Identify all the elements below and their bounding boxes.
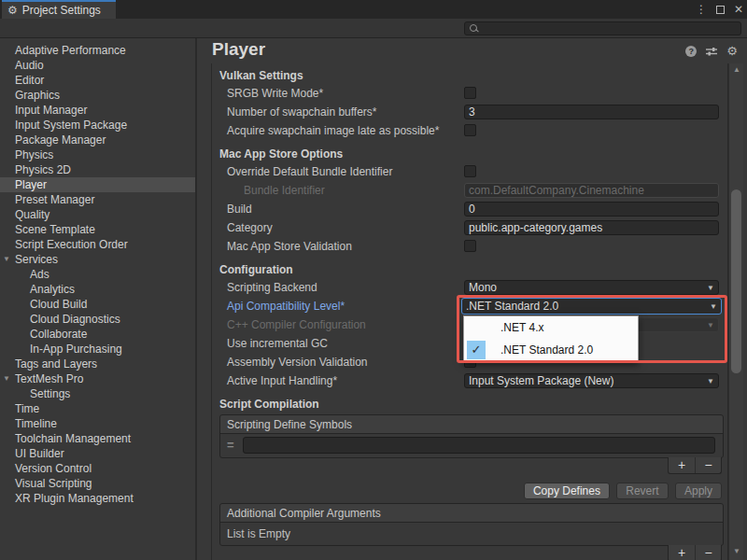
sidebar-item-label: In-App Purchasing bbox=[30, 343, 122, 356]
sidebar-item-label: Package Manager bbox=[15, 133, 106, 147]
remove-argument-button[interactable]: − bbox=[695, 545, 721, 560]
sidebar-item-analytics[interactable]: Analytics bbox=[0, 282, 195, 297]
sidebar-item-scene-template[interactable]: Scene Template bbox=[0, 222, 195, 237]
sidebar-item-timeline[interactable]: Timeline bbox=[0, 416, 195, 431]
define-symbols-footer: + − bbox=[212, 458, 727, 477]
add-define-button[interactable]: + bbox=[669, 457, 695, 473]
sidebar-item-version-control[interactable]: Version Control bbox=[0, 461, 195, 476]
popup-item-label: .NET 4.x bbox=[500, 316, 543, 339]
sidebar-item-settings[interactable]: Settings bbox=[0, 386, 195, 401]
sidebar-item-services[interactable]: ▼Services bbox=[0, 252, 195, 267]
popup-item-net-4-x[interactable]: .NET 4.x bbox=[464, 316, 638, 339]
sidebar-item-cloud-build[interactable]: Cloud Build bbox=[0, 297, 195, 312]
sidebar-item-label: Ads bbox=[30, 268, 49, 281]
apply-button[interactable]: Apply bbox=[675, 483, 722, 499]
sidebar-item-collaborate[interactable]: Collaborate bbox=[0, 327, 195, 342]
field-value: public.app-category.games bbox=[465, 221, 718, 234]
label-override-default-bundle-identifier: Override Default Bundle Identifier bbox=[212, 162, 392, 181]
preset-icon[interactable] bbox=[705, 46, 718, 57]
sidebar-item-player[interactable]: Player bbox=[0, 177, 195, 192]
define-symbol-input[interactable] bbox=[243, 437, 715, 454]
sidebar-item-cloud-diagnostics[interactable]: Cloud Diagnostics bbox=[0, 312, 195, 327]
search-input[interactable] bbox=[482, 23, 725, 35]
sidebar-item-label: Settings bbox=[30, 387, 70, 400]
revert-button[interactable]: Revert bbox=[616, 483, 668, 499]
vertical-scrollbar[interactable]: ▲ ▼ bbox=[728, 63, 743, 560]
popup-item-net-standard-2-0[interactable]: ✓.NET Standard 2.0 bbox=[464, 339, 638, 361]
sidebar-item-label: TextMesh Pro bbox=[15, 372, 83, 385]
search-box[interactable] bbox=[464, 21, 741, 35]
scroll-up-icon[interactable]: ▲ bbox=[729, 63, 744, 77]
setting-row-scripting-backend: Scripting BackendMono▼ bbox=[212, 278, 727, 297]
sidebar-item-physics[interactable]: Physics bbox=[0, 147, 195, 162]
help-icon[interactable]: ? bbox=[685, 46, 697, 57]
tab-project-settings[interactable]: ⚙ Project Settings bbox=[2, 0, 116, 19]
scrollbar-thumb[interactable] bbox=[731, 189, 741, 373]
gear-icon[interactable]: ⚙ bbox=[726, 45, 738, 57]
dropdown-value: .NET Standard 2.0 bbox=[462, 299, 721, 314]
dropdown-arrow-icon: ▼ bbox=[710, 302, 717, 311]
label-use-incremental-gc: Use incremental GC bbox=[212, 334, 328, 353]
dropdown-value: Input System Package (New) bbox=[465, 374, 718, 387]
dropdown-api-compatibility-level[interactable]: .NET Standard 2.0▼ bbox=[461, 298, 722, 315]
dropdown-active-input-handling[interactable]: Input System Package (New)▼ bbox=[464, 373, 719, 388]
checkmark-icon: ✓ bbox=[467, 341, 486, 359]
drag-handle-icon[interactable]: = bbox=[227, 438, 234, 452]
sidebar-item-editor[interactable]: Editor bbox=[0, 73, 195, 88]
copy-defines-button[interactable]: Copy Defines bbox=[524, 483, 610, 499]
label-mac-app-store-validation: Mac App Store Validation bbox=[212, 237, 352, 256]
text-build[interactable]: 0 bbox=[464, 202, 719, 217]
checkbox-mac-app-store-validation[interactable] bbox=[464, 240, 476, 252]
dropdown-scripting-backend[interactable]: Mono▼ bbox=[464, 280, 719, 295]
section-script-compilation: Script Compilation bbox=[212, 396, 727, 413]
sidebar-item-ui-builder[interactable]: UI Builder bbox=[0, 446, 195, 461]
field-value: 3 bbox=[465, 105, 718, 119]
sidebar-item-label: Toolchain Management bbox=[15, 432, 131, 445]
sidebar-item-label: Physics 2D bbox=[15, 163, 71, 176]
kebab-menu-icon[interactable]: ⋮ bbox=[696, 3, 707, 16]
sidebar-item-visual-scripting[interactable]: Visual Scripting bbox=[0, 476, 195, 491]
checkbox-srgb-write-mode[interactable] bbox=[464, 87, 476, 99]
close-icon[interactable]: ✕ bbox=[734, 3, 743, 16]
sidebar-item-in-app-purchasing[interactable]: In-App Purchasing bbox=[0, 342, 195, 357]
text-category[interactable]: public.app-category.games bbox=[464, 220, 719, 235]
checkbox-override-default-bundle-identifier[interactable] bbox=[464, 165, 476, 177]
sidebar-item-toolchain-management[interactable]: Toolchain Management bbox=[0, 431, 195, 446]
define-symbol-row: = bbox=[220, 434, 723, 457]
add-argument-button[interactable]: + bbox=[669, 545, 695, 560]
sidebar-item-time[interactable]: Time bbox=[0, 401, 195, 416]
field-value: 0 bbox=[465, 203, 718, 216]
sidebar-item-label: Input System Package bbox=[15, 119, 127, 132]
maximize-icon[interactable] bbox=[716, 6, 725, 14]
sidebar-item-input-manager[interactable]: Input Manager bbox=[0, 103, 195, 118]
sidebar-item-physics-2d[interactable]: Physics 2D bbox=[0, 162, 195, 177]
settings-scroll-area: Vulkan SettingsSRGB Write Mode*Number of… bbox=[211, 63, 728, 560]
panel-header: Player ? ⚙ bbox=[197, 38, 745, 63]
sidebar-item-input-system-package[interactable]: Input System Package bbox=[0, 118, 195, 133]
sidebar-item-tags-and-layers[interactable]: Tags and Layers bbox=[0, 357, 195, 371]
checkbox-acquire-swapchain-image-late-as-possible[interactable] bbox=[464, 124, 476, 136]
text-number-of-swapchain-buffers[interactable]: 3 bbox=[464, 105, 719, 119]
foldout-icon[interactable]: ▼ bbox=[3, 371, 10, 386]
sidebar-item-quality[interactable]: Quality bbox=[0, 207, 195, 222]
scripting-define-symbols-header: Scripting Define Symbols bbox=[220, 415, 723, 434]
sidebar-item-package-manager[interactable]: Package Manager bbox=[0, 133, 195, 147]
sidebar-item-xr-plugin-management[interactable]: XR Plugin Management bbox=[0, 491, 195, 506]
field-value: com.DefaultCompany.Cinemachine bbox=[465, 184, 718, 197]
sidebar-item-graphics[interactable]: Graphics bbox=[0, 88, 195, 103]
setting-row-override-default-bundle-identifier: Override Default Bundle Identifier bbox=[212, 162, 727, 181]
label-api-compatibility-level: Api Compatibility Level* bbox=[212, 297, 345, 315]
sidebar-item-preset-manager[interactable]: Preset Manager bbox=[0, 192, 195, 207]
sidebar-item-adaptive-performance[interactable]: Adaptive Performance bbox=[0, 43, 195, 58]
remove-define-button[interactable]: − bbox=[695, 457, 721, 473]
text-bundle-identifier[interactable]: com.DefaultCompany.Cinemachine bbox=[464, 183, 719, 198]
sidebar-item-script-execution-order[interactable]: Script Execution Order bbox=[0, 237, 195, 252]
scripting-define-symbols-box: Scripting Define Symbols = bbox=[219, 414, 724, 458]
foldout-icon[interactable]: ▼ bbox=[3, 252, 10, 267]
sidebar-item-label: Scene Template bbox=[15, 223, 95, 236]
sidebar-item-audio[interactable]: Audio bbox=[0, 58, 195, 73]
scroll-down-icon[interactable]: ▼ bbox=[729, 545, 744, 558]
sidebar-item-textmesh-pro[interactable]: ▼TextMesh Pro bbox=[0, 371, 195, 386]
settings-category-list: Adaptive PerformanceAudioEditorGraphicsI… bbox=[0, 38, 197, 560]
sidebar-item-ads[interactable]: Ads bbox=[0, 267, 195, 282]
